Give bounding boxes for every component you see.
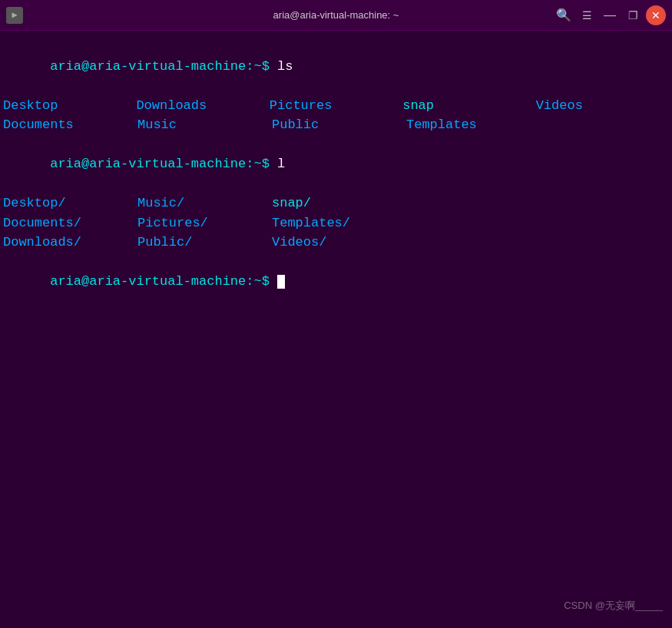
dir-templates: Templates <box>406 115 541 135</box>
l-output-row3: Downloads/ Public/ Videos/ <box>3 233 669 253</box>
command-line-1: aria@aria-virtual-machine:~$ ls <box>3 37 669 96</box>
watermark: CSDN @无妄啊_____ <box>564 599 663 613</box>
ldir-downloads: Downloads/ <box>3 233 137 253</box>
ldir-desktop: Desktop/ <box>3 193 137 213</box>
minimize-button[interactable]: — <box>600 5 620 25</box>
ldir-public: Public/ <box>137 233 272 253</box>
dir-videos: Videos <box>536 96 669 116</box>
dir-snap: snap <box>402 96 535 116</box>
l-output-row1: Desktop/ Music/ snap/ <box>3 193 669 213</box>
maximize-button[interactable]: ❐ <box>623 5 643 25</box>
ldir-music: Music/ <box>137 193 272 213</box>
search-button[interactable]: 🔍 <box>554 5 574 25</box>
dir-downloads: Downloads <box>136 96 269 116</box>
ldir-pictures: Pictures/ <box>137 213 272 233</box>
final-prompt-line: aria@aria-virtual-machine:~$ <box>3 253 669 312</box>
ls-output-row1: Desktop Downloads Pictures snap Videos <box>3 96 669 116</box>
cmd-1: ls <box>270 59 293 74</box>
prompt-2: aria@aria-virtual-machine:~$ <box>50 157 270 171</box>
titlebar: ▶ aria@aria-virtual-machine: ~ 🔍 ☰ — ❐ ✕ <box>0 0 672 31</box>
final-cmd <box>270 274 277 289</box>
final-prompt: aria@aria-virtual-machine:~$ <box>50 274 270 289</box>
app-icon-symbol: ▶ <box>12 9 17 21</box>
menu-button[interactable]: ☰ <box>577 5 597 25</box>
app-icon: ▶ <box>6 7 23 24</box>
dir-public: Public <box>272 115 406 135</box>
dir-documents: Documents <box>3 115 137 135</box>
l-output-row2: Documents/ Pictures/ Templates/ <box>3 213 669 233</box>
terminal-window: ▶ aria@aria-virtual-machine: ~ 🔍 ☰ — ❐ ✕… <box>0 0 672 628</box>
close-button[interactable]: ✕ <box>646 5 666 25</box>
ldir-documents: Documents/ <box>3 213 137 233</box>
window-title: aria@aria-virtual-machine: ~ <box>273 9 399 21</box>
cmd-2: l <box>270 157 285 171</box>
dir-desktop: Desktop <box>3 96 136 116</box>
dir-music: Music <box>137 115 272 135</box>
ldir-videos: Videos/ <box>272 233 406 253</box>
command-line-2: aria@aria-virtual-machine:~$ l <box>3 135 669 194</box>
cursor <box>277 275 285 289</box>
ldir-snap: snap/ <box>272 193 406 213</box>
ldir-templates: Templates/ <box>272 213 406 233</box>
dir-pictures: Pictures <box>270 96 402 116</box>
titlebar-left: ▶ <box>6 7 23 24</box>
ls-output-row2: Documents Music Public Templates <box>3 115 669 135</box>
window-controls: 🔍 ☰ — ❐ ✕ <box>554 5 666 25</box>
terminal-body[interactable]: aria@aria-virtual-machine:~$ ls Desktop … <box>0 31 672 628</box>
prompt-1: aria@aria-virtual-machine:~$ <box>50 59 270 74</box>
